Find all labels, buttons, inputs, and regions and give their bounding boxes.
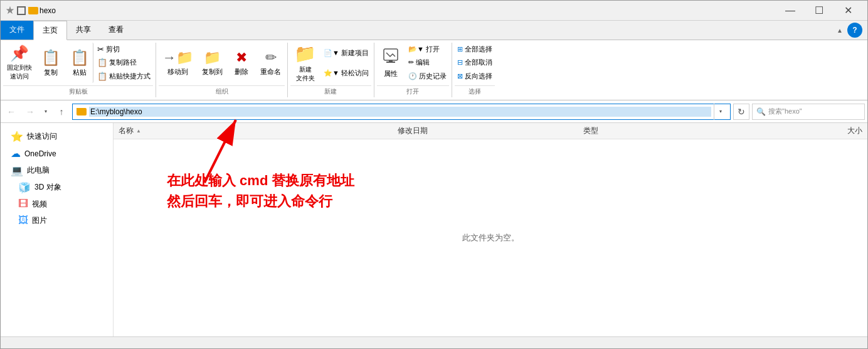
clipboard-label: 剪贴板 [3, 85, 153, 97]
easy-access-icon: ⭐▼ [324, 69, 339, 77]
new-folder-button[interactable]: 📁 新建文件夹 [290, 43, 320, 83]
close-button[interactable]: ✕ [834, 1, 862, 21]
new-item-icon: 📄▼ [324, 49, 339, 57]
col-date-header[interactable]: 修改日期 [398, 126, 584, 136]
this-pc-icon: 💻 [11, 164, 23, 176]
open-icon: 📂▼ [408, 45, 424, 53]
col-type-header[interactable]: 类型 [583, 126, 770, 136]
paste-large-icon: 📋 [70, 49, 89, 67]
deselect-icon: ⊟ [457, 58, 463, 67]
quick-access-label: 快速访问 [27, 131, 57, 142]
copy-button[interactable]: 📋 复制 [37, 43, 65, 83]
pin-to-quickaccess-button[interactable]: 📌 固定到快速访问 [3, 43, 36, 83]
new-group-content: 📁 新建文件夹 📄▼ 新建项目 ⭐▼ 轻松访问 [290, 43, 371, 84]
paste-button[interactable]: 📋 粘贴 [66, 43, 93, 83]
sidebar-item-this-pc[interactable]: 💻 此电脑 [1, 162, 113, 179]
copy-path-icon: 📋 [97, 58, 107, 67]
sidebar-item-videos[interactable]: 🎞 视频 [1, 196, 113, 212]
main-area: ⭐ 快速访问 ☁ OneDrive 💻 此电脑 🧊 3D 对象 🎞 视频 🖼 [1, 123, 867, 336]
delete-button[interactable]: ✖ 删除 [228, 43, 255, 83]
tab-view[interactable]: 查看 [100, 21, 132, 40]
properties-icon [383, 48, 399, 68]
open-label: 打开 [426, 45, 440, 54]
open-group: 属性 📂▼ 打开 ✏ 编辑 🕐 历史记录 [374, 43, 452, 97]
search-icon: 🔍 [756, 107, 766, 116]
organize-group: →📁 移动到 📁 复制到 ✖ 删除 ✏ 重命名 组织 [156, 43, 288, 97]
move-to-button[interactable]: →📁 移动到 [159, 43, 197, 83]
copy-to-icon: 📁 [204, 50, 221, 66]
col-size-header[interactable]: 大小 [770, 126, 862, 136]
pictures-icon: 🖼 [18, 215, 28, 226]
open-group-content: 属性 📂▼ 打开 ✏ 编辑 🕐 历史记录 [377, 43, 449, 84]
copy-large-icon: 📋 [41, 49, 60, 67]
organize-label: 组织 [159, 85, 285, 97]
nav-bar: ← → ▾ ↑ E:\myblog\hexo ▾ ↻ 🔍 搜索"hexo" [1, 100, 867, 123]
clipboard-small-col: ✂ 剪切 📋 复制路径 📋 粘贴快捷方式 [95, 43, 153, 83]
up-button[interactable]: ↑ [53, 104, 70, 120]
tab-share[interactable]: 共享 [67, 21, 100, 40]
3d-objects-label: 3D 对象 [34, 182, 61, 193]
col-name-header[interactable]: 名称 ▲ [119, 126, 398, 136]
minimize-button[interactable]: — [776, 1, 805, 21]
open-small-col: 📂▼ 打开 ✏ 编辑 🕐 历史记录 [406, 43, 449, 83]
window-controls: — ☐ ✕ [776, 1, 862, 21]
new-item-button[interactable]: 📄▼ 新建项目 [321, 47, 371, 59]
rename-button[interactable]: ✏ 重命名 [257, 43, 285, 83]
open-group-label: 打开 [377, 85, 449, 97]
edit-label: 编辑 [416, 58, 430, 67]
select-group: ⊞ 全部选择 ⊟ 全部取消 ⊠ 反向选择 选择 [452, 43, 497, 97]
properties-label: 属性 [384, 69, 398, 78]
search-text: 搜索"hexo" [768, 107, 802, 116]
copy-to-button[interactable]: 📁 复制到 [198, 43, 226, 83]
select-all-button[interactable]: ⊞ 全部选择 [455, 43, 495, 55]
address-dropdown-arrow[interactable]: ▾ [714, 104, 726, 120]
pictures-label: 图片 [32, 215, 47, 226]
search-bar[interactable]: 🔍 搜索"hexo" [752, 104, 865, 120]
history-button[interactable]: 🕐 历史记录 [406, 70, 449, 82]
videos-label: 视频 [32, 199, 47, 210]
this-pc-label: 此电脑 [27, 165, 50, 176]
open-button[interactable]: 📂▼ 打开 [406, 43, 449, 55]
back-button[interactable]: ← [3, 104, 19, 120]
tab-file[interactable]: 文件 [1, 21, 33, 40]
edit-button[interactable]: ✏ 编辑 [406, 56, 449, 68]
invert-icon: ⊠ [457, 72, 463, 80]
select-group-content: ⊞ 全部选择 ⊟ 全部取消 ⊠ 反向选择 [455, 43, 495, 84]
invert-selection-button[interactable]: ⊠ 反向选择 [455, 70, 495, 82]
ribbon-collapse-button[interactable]: ▲ [832, 23, 847, 38]
status-bar [1, 336, 867, 349]
edit-icon: ✏ [408, 58, 414, 67]
ribbon-content: 📌 固定到快速访问 📋 复制 📋 粘贴 ✂ 剪切 [1, 40, 867, 100]
sidebar-item-onedrive[interactable]: ☁ OneDrive [1, 145, 113, 162]
clipboard-group: 📌 固定到快速访问 📋 复制 📋 粘贴 ✂ 剪切 [1, 43, 156, 97]
clipboard-group-content: 📌 固定到快速访问 📋 复制 📋 粘贴 ✂ 剪切 [3, 43, 153, 84]
address-bar[interactable]: E:\myblog\hexo ▾ [72, 104, 731, 120]
forward-button[interactable]: → [22, 104, 38, 120]
copy-path-button[interactable]: 📋 复制路径 [95, 56, 153, 68]
svg-rect-2 [386, 62, 395, 63]
help-button[interactable]: ? [847, 23, 862, 38]
sidebar-item-3d-objects[interactable]: 🧊 3D 对象 [1, 179, 113, 196]
sidebar-item-pictures[interactable]: 🖼 图片 [1, 212, 113, 228]
tab-home[interactable]: 主页 [33, 21, 67, 40]
quick-access-icon: ⭐ [11, 131, 23, 142]
history-dropdown[interactable]: ▾ [41, 104, 51, 120]
new-folder-icon: 📁 [294, 43, 316, 64]
rename-icon: ✏ [265, 50, 277, 66]
organize-group-content: →📁 移动到 📁 复制到 ✖ 删除 ✏ 重命名 [159, 43, 285, 84]
pin-icon [6, 6, 14, 15]
new-folder-label: 新建文件夹 [296, 65, 315, 83]
onedrive-icon: ☁ [11, 148, 21, 159]
empty-folder-message: 此文件夹为空。 [114, 139, 867, 336]
refresh-button[interactable]: ↻ [733, 104, 749, 120]
cut-button[interactable]: ✂ 剪切 [95, 43, 153, 55]
properties-button[interactable]: 属性 [377, 43, 405, 83]
sidebar-item-quick-access[interactable]: ⭐ 快速访问 [1, 128, 113, 145]
ribbon-chevron-area: ▲ ? [832, 21, 867, 40]
move-icon: →📁 [162, 50, 193, 66]
paste-shortcut-button[interactable]: 📋 粘贴快捷方式 [95, 70, 153, 82]
maximize-button[interactable]: ☐ [805, 1, 834, 21]
easy-access-button[interactable]: ⭐▼ 轻松访问 [321, 67, 371, 79]
new-group: 📁 新建文件夹 📄▼ 新建项目 ⭐▼ 轻松访问 新建 [288, 43, 374, 97]
deselect-all-button[interactable]: ⊟ 全部取消 [455, 56, 495, 68]
